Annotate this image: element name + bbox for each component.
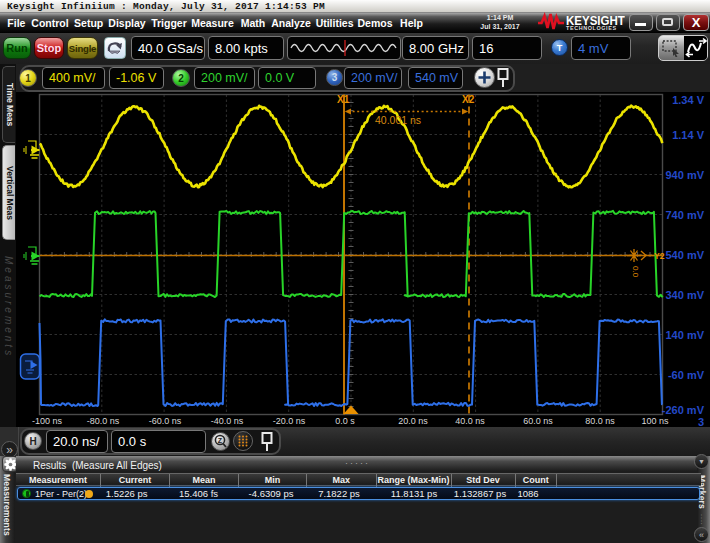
svg-text:Z: Z bbox=[218, 437, 223, 444]
svg-text:X1: X1 bbox=[337, 94, 350, 105]
svg-text:0.0: 0.0 bbox=[631, 266, 640, 278]
svg-text:40.001 ns: 40.001 ns bbox=[375, 114, 421, 126]
svg-text:X2: X2 bbox=[462, 94, 475, 105]
